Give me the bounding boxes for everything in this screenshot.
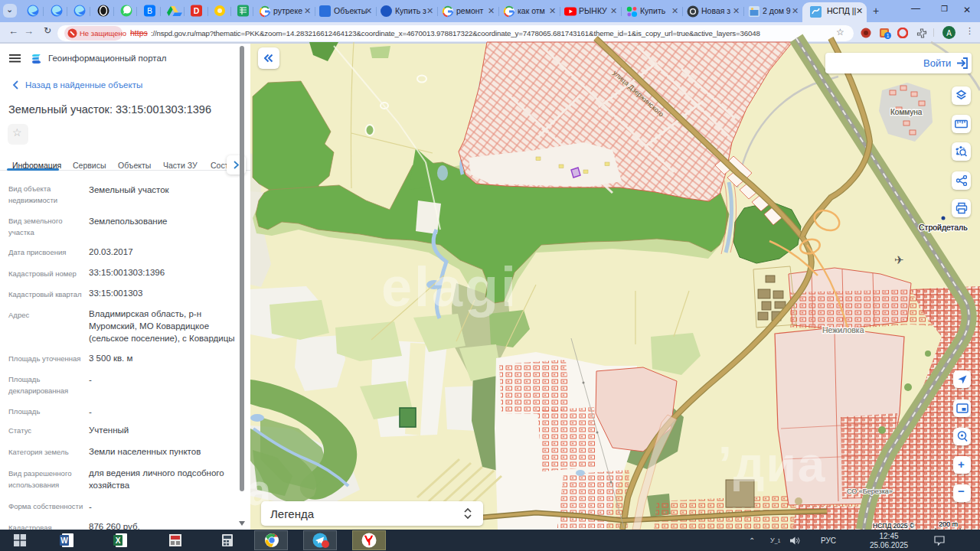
svg-text:✈: ✈ [894,253,904,266]
svg-text:elagi: elagi [381,256,518,318]
svg-text:W: W [60,536,68,545]
svg-text:Стройдеталь: Стройдеталь [919,223,968,232]
svg-text:Коммуна: Коммуна [890,108,923,116]
svg-text:СО «Березка»: СО «Березка» [847,487,893,495]
svg-text:X: X [116,536,121,545]
svg-text:Нежиловка: Нежиловка [822,325,864,334]
svg-text:200 m: 200 m [939,520,958,528]
svg-text:’диа: ’диа [718,437,826,492]
svg-text:НСПД 2025 ©: НСПД 2025 © [873,522,915,530]
